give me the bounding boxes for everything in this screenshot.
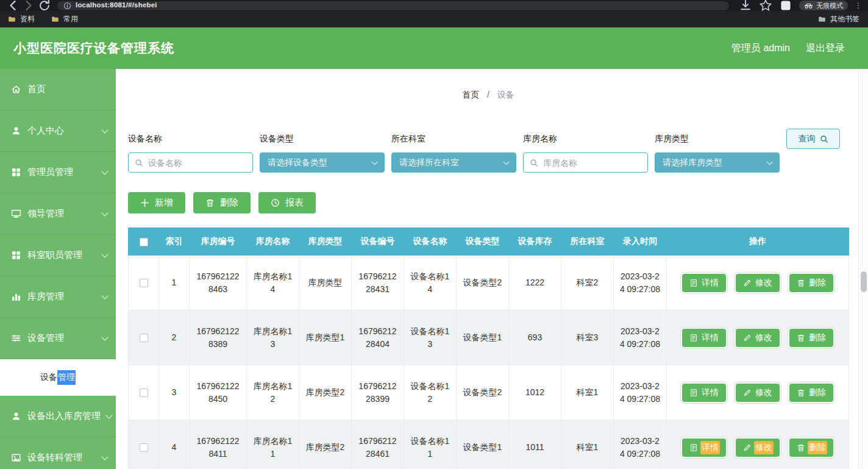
cell-index: 2	[159, 310, 190, 365]
cell-warehouse-name: 库房名称14	[247, 256, 299, 310]
row-edit-button[interactable]: 修改	[735, 273, 781, 293]
table-row: 31679621228450库房名称12库房类型21679621228399设备…	[129, 365, 849, 420]
breadcrumb-home[interactable]: 首页	[462, 90, 479, 99]
scrollbar-thumb[interactable]	[861, 271, 867, 292]
cell-device-no: 1679621228431	[352, 256, 404, 310]
extensions-icon[interactable]	[779, 1, 792, 10]
cell-warehouse-name: 库房名称12	[247, 365, 299, 420]
breadcrumb-current: 设备	[497, 90, 514, 99]
row-edit-button[interactable]: 修改	[735, 328, 781, 348]
filter-section: 设备名称设备类型请选择设备类型所在科室请选择所在科室库房名称库房类型请选择库房类…	[128, 132, 848, 173]
warehouse-type-select[interactable]: 请选择库房类型	[655, 152, 780, 173]
bookmark-folder-ziliao[interactable]: 资料	[7, 14, 35, 24]
cell-stock: 693	[509, 310, 561, 365]
cell-warehouse-type: 库房类型1	[299, 310, 352, 365]
row-delete-button[interactable]: 删除	[788, 273, 834, 293]
chevron-down-icon	[101, 453, 108, 460]
cell-device-no: 1679621228399	[352, 365, 404, 420]
delete-button[interactable]: 删除	[193, 192, 251, 213]
device-name-filter-label: 设备名称	[128, 132, 253, 145]
row-detail-button-label: 详情	[702, 332, 719, 343]
row-detail-button[interactable]: 详情	[681, 273, 727, 293]
trash-icon	[797, 334, 805, 342]
app-title: 小型医院医疗设备管理系统	[13, 40, 174, 57]
chevron-down-icon	[101, 251, 108, 257]
device-type-filter-label: 设备类型	[260, 132, 385, 145]
cell-device-name: 设备名称13	[404, 310, 457, 365]
sidebar-item-department-staff-management[interactable]: 科室职员管理	[0, 235, 116, 276]
sidebar-item-label: 个人中心	[27, 125, 64, 137]
star-icon[interactable]	[759, 1, 772, 10]
sidebar-item-admin-management[interactable]: 管理员管理	[0, 152, 116, 193]
select-all-checkbox[interactable]	[140, 238, 148, 246]
sidebar-item-personal-center[interactable]: 个人中心	[0, 110, 116, 152]
row-delete-button[interactable]: 删除	[788, 328, 834, 348]
sidebar-subitem-equipment-management-sub[interactable]: 设备管理	[0, 359, 116, 396]
sidebar-menu: 首页个人中心管理员管理领导管理科室职员管理库房管理设备管理设备管理设备出入库房管…	[0, 69, 116, 469]
incognito-icon	[804, 2, 813, 9]
monitor-icon	[11, 209, 21, 219]
search-button[interactable]: 查询	[786, 129, 840, 149]
page-scrollbar[interactable]	[858, 69, 868, 469]
row-checkbox[interactable]	[140, 443, 148, 452]
row-checkbox[interactable]	[140, 334, 148, 342]
sidebar-item-equipment-management[interactable]: 设备管理	[0, 318, 116, 359]
warehouse-name-input[interactable]	[543, 158, 641, 168]
cell-stock: 1011	[509, 420, 561, 469]
trash-icon	[797, 279, 805, 287]
row-detail-button[interactable]: 详情	[681, 328, 727, 348]
row-edit-button-label: 修改	[755, 442, 772, 453]
download-icon[interactable]	[739, 1, 752, 10]
warehouse-type-select-placeholder: 请选择库房类型	[663, 157, 722, 168]
row-detail-button[interactable]: 详情	[681, 437, 727, 458]
chart-bar-icon	[11, 292, 21, 302]
department-filter-label: 所在科室	[391, 132, 516, 145]
logout-button[interactable]: 退出登录	[806, 42, 845, 55]
row-edit-button-label: 修改	[755, 277, 772, 288]
sidebar-item-label: 库房管理	[27, 291, 64, 303]
report-button[interactable]: 报表	[258, 192, 316, 213]
row-edit-button-label: 修改	[755, 332, 772, 343]
refresh-icon[interactable]	[38, 1, 51, 10]
row-delete-button[interactable]: 删除	[788, 382, 834, 403]
column-header: 设备编号	[352, 228, 404, 256]
device-name-input[interactable]	[148, 158, 246, 168]
sidebar-item-home[interactable]: 首页	[0, 69, 116, 110]
bookmark-folder-changyong[interactable]: 常用	[51, 14, 78, 24]
add-button[interactable]: 新增	[128, 192, 185, 213]
sidebar-item-warehouse-management[interactable]: 库房管理	[0, 276, 116, 318]
info-icon[interactable]	[63, 2, 71, 10]
row-delete-button[interactable]: 删除	[788, 437, 834, 458]
row-delete-button-label: 删除	[809, 277, 826, 288]
cell-department: 科室3	[561, 310, 614, 365]
folder-icon	[817, 15, 827, 23]
chevron-down-icon	[101, 168, 108, 174]
forward-icon[interactable]	[22, 1, 35, 10]
cell-time: 2023-03-24 09:27:08	[614, 365, 667, 420]
device-type-select[interactable]: 请选择设备类型	[260, 152, 385, 173]
row-checkbox[interactable]	[140, 279, 148, 287]
column-header: 所在科室	[561, 228, 614, 256]
sidebar-item-equipment-transfer-management[interactable]: 设备转科管理	[0, 437, 116, 469]
chevron-down-icon	[105, 412, 112, 418]
row-detail-button[interactable]: 详情	[681, 382, 727, 403]
current-user[interactable]: 管理员 admin	[731, 42, 790, 55]
search-icon	[820, 135, 828, 143]
row-edit-button-label: 修改	[755, 387, 772, 398]
row-delete-button-label: 删除	[809, 442, 826, 453]
back-icon[interactable]	[6, 1, 20, 10]
browser-actions: 无痕模式 ⋮	[739, 1, 862, 10]
sidebar-item-equipment-inout-management[interactable]: 设备出入库房管理	[0, 396, 116, 437]
address-bar[interactable]: localhost:8081/#/shebei	[57, 1, 729, 10]
sidebar-item-leader-management[interactable]: 领导管理	[0, 193, 116, 235]
other-bookmarks[interactable]: 其他书签	[817, 14, 859, 24]
row-detail-button-label: 详情	[702, 442, 719, 453]
menu-dots-icon[interactable]: ⋮	[855, 2, 862, 9]
row-checkbox[interactable]	[140, 388, 148, 397]
department-select[interactable]: 请选择所在科室	[391, 152, 516, 173]
search-icon	[135, 159, 143, 167]
cell-department: 科室1	[561, 365, 614, 420]
row-edit-button[interactable]: 修改	[735, 437, 781, 458]
row-edit-button[interactable]: 修改	[735, 382, 781, 403]
browser-chrome: localhost:8081/#/shebei 无痕模式 ⋮ 资料 常用 其他书…	[0, 0, 868, 27]
